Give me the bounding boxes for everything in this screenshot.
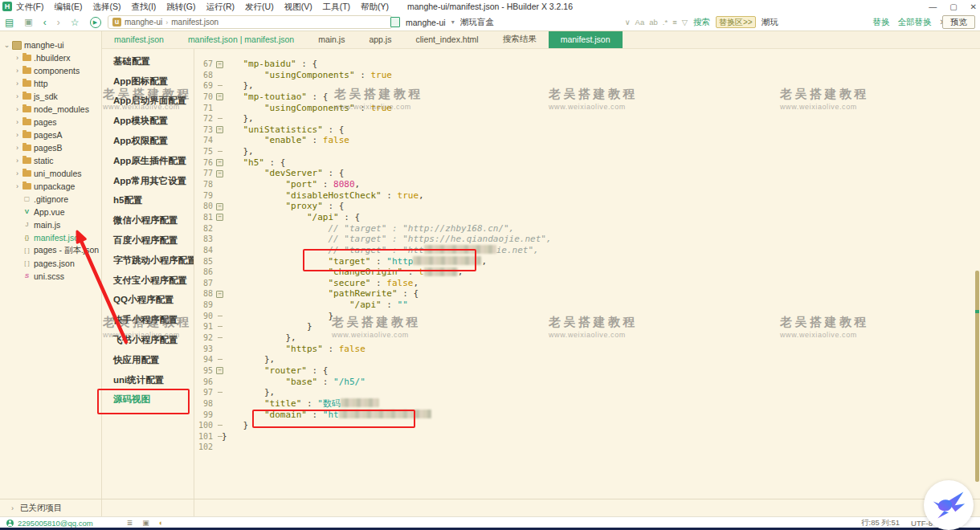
regex-icon[interactable]: .*: [663, 18, 668, 26]
close-button[interactable]: ✕: [970, 2, 977, 11]
code-line-78[interactable]: 78 "port" : 8080,: [194, 179, 980, 190]
language-icon[interactable]: ◐: [159, 519, 163, 527]
thunder-bird-widget[interactable]: [924, 480, 974, 530]
code-line-67[interactable]: 67− "mp-baidu" : {: [194, 59, 980, 70]
tree-item-pagesA[interactable]: ›pagesA: [0, 128, 101, 141]
chevron-right-icon[interactable]: ›: [14, 67, 21, 75]
project-selector[interactable]: manghe-ui: [406, 18, 446, 27]
chevron-right-icon[interactable]: ›: [14, 169, 21, 177]
code-line-97[interactable]: 97 },: [194, 387, 980, 398]
config-item-App模块配置[interactable]: App模块配置: [102, 111, 194, 131]
menu-item-8[interactable]: 工具(T): [323, 2, 350, 13]
breadcrumb-item-1[interactable]: manifest.json: [171, 18, 218, 26]
menu-item-6[interactable]: 发行(U): [245, 2, 274, 13]
menu-item-5[interactable]: 运行(R): [206, 2, 235, 13]
code-line-73[interactable]: 73− "uniStatistics" : {: [194, 124, 980, 136]
code-line-95[interactable]: 95− "router" : {: [194, 365, 980, 377]
config-item-飞书小程序配置[interactable]: 飞书小程序配置: [102, 330, 194, 350]
tree-item-uni_modules[interactable]: ›uni_modules: [0, 167, 101, 180]
code-line-86[interactable]: 86 "changeOrigin" : t,: [194, 267, 980, 278]
new-file-icon[interactable]: ▤: [5, 18, 14, 27]
tab-2-main.js[interactable]: main.js: [306, 31, 357, 48]
tree-item-pages[interactable]: ›pages: [0, 116, 101, 128]
tree-item-pages.json[interactable]: [ ]pages.json: [0, 257, 101, 270]
forward-icon[interactable]: ›: [57, 18, 60, 27]
code-line-69[interactable]: 69 },: [194, 80, 980, 92]
code-line-98[interactable]: 98 "title" : "数码: [194, 398, 980, 410]
breadcrumb-item-0[interactable]: manghe-ui: [125, 18, 162, 26]
code-line-81[interactable]: 81− "/api" : {: [194, 212, 980, 223]
match-case-icon[interactable]: Aa: [635, 18, 645, 26]
tree-item-js_sdk[interactable]: ›js_sdk: [0, 90, 101, 103]
code-line-91[interactable]: 91 }: [194, 321, 980, 332]
fold-toggle-icon[interactable]: −: [216, 159, 223, 166]
chevron-right-icon[interactable]: ›: [14, 157, 21, 165]
code-line-68[interactable]: 68 "usingComponents" : true: [194, 70, 980, 81]
tab-5--[interactable]: 搜索结果: [491, 31, 549, 48]
chevron-right-icon[interactable]: ›: [14, 118, 21, 126]
filter-icon[interactable]: ▽: [682, 18, 688, 26]
fold-toggle-icon[interactable]: −: [216, 170, 223, 177]
replace-button[interactable]: 替换: [873, 17, 890, 28]
chevron-right-icon[interactable]: ›: [14, 144, 21, 152]
chevron-right-icon[interactable]: ›: [14, 92, 21, 100]
menu-item-7[interactable]: 视图(V): [284, 2, 312, 13]
code-line-80[interactable]: 80− "proxy" : {: [194, 201, 980, 212]
chevron-down-icon[interactable]: ▾: [451, 18, 455, 26]
replace-input[interactable]: 潮玩: [762, 17, 835, 28]
fold-toggle-icon[interactable]: −: [216, 203, 223, 210]
code-line-101[interactable]: 101}: [194, 431, 980, 442]
fold-toggle-icon[interactable]: −: [216, 61, 223, 68]
code-line-70[interactable]: 70− "mp-toutiao" : {: [194, 92, 980, 103]
code-line-77[interactable]: 77− "devServer" : {: [194, 168, 980, 179]
config-item-h5配置[interactable]: h5配置: [102, 191, 194, 211]
config-item-支付宝小程序配置[interactable]: 支付宝小程序配置: [102, 271, 194, 291]
chevron-right-icon[interactable]: ›: [14, 80, 21, 88]
replace-zone-toggle[interactable]: 替换区>>: [716, 16, 756, 28]
config-item-基础配置[interactable]: 基础配置: [102, 51, 194, 71]
tree-item-pagesB[interactable]: ›pagesB: [0, 141, 101, 154]
config-item-uni统计配置[interactable]: uni统计配置: [102, 370, 194, 390]
expand-icon[interactable]: ∨: [625, 18, 631, 26]
menu-item-1[interactable]: 编辑(E): [54, 2, 82, 13]
tree-item-components[interactable]: ›components: [0, 64, 101, 77]
fold-toggle-icon[interactable]: −: [216, 126, 223, 133]
config-item-快应用配置[interactable]: 快应用配置: [102, 350, 194, 370]
fold-toggle-icon[interactable]: −: [216, 214, 223, 221]
config-item-字节跳动小程序配置[interactable]: 字节跳动小程序配置: [102, 251, 194, 271]
config-item-微信小程序配置[interactable]: 微信小程序配置: [102, 210, 194, 230]
code-line-74[interactable]: 74 "enable" : false: [194, 135, 980, 146]
tree-item-main.js[interactable]: Jmain.js: [0, 218, 101, 231]
code-line-84[interactable]: 84 // "target" : "httie.net",: [194, 245, 980, 256]
config-item-App权限配置[interactable]: App权限配置: [102, 131, 194, 151]
tree-item-.gitignore[interactable]: ▢.gitignore: [0, 193, 101, 206]
maximize-button[interactable]: ▢: [949, 2, 957, 11]
menu-item-2[interactable]: 选择(S): [92, 2, 120, 13]
code-line-82[interactable]: 82 // "target" : "http://zhby168.cn/",: [194, 223, 980, 234]
search-button[interactable]: 搜索: [693, 17, 710, 28]
code-line-93[interactable]: 93 "https" : false: [194, 344, 980, 355]
code-line-90[interactable]: 90 }: [194, 311, 980, 322]
tree-item-unpackage[interactable]: ›unpackage: [0, 180, 101, 193]
menu-item-3[interactable]: 查找(I): [131, 2, 156, 13]
code-editor[interactable]: 67− "mp-baidu" : {68 "usingComponents" :…: [194, 48, 980, 499]
config-item-App启动界面配置[interactable]: App启动界面配置: [102, 92, 194, 112]
chevron-right-icon[interactable]: ›: [14, 131, 21, 139]
minimize-button[interactable]: —: [929, 2, 937, 11]
code-line-71[interactable]: 71 "usingComponents" : true: [194, 103, 980, 114]
config-item-QQ小程序配置[interactable]: QQ小程序配置: [102, 291, 194, 311]
replace-all-button[interactable]: 全部替换: [898, 17, 932, 28]
config-item-App图标配置[interactable]: App图标配置: [102, 71, 194, 92]
code-line-83[interactable]: 83 // "target" : "https://he.qiandaojie.…: [194, 234, 980, 245]
tree-item-node_modules[interactable]: ›node_modules: [0, 103, 101, 116]
code-line-79[interactable]: 79 "disableHostCheck" : true,: [194, 190, 980, 202]
code-line-96[interactable]: 96 "base" : "/h5/": [194, 377, 980, 388]
run-icon[interactable]: ▶: [90, 17, 101, 28]
chevron-right-icon[interactable]: ›: [14, 54, 21, 62]
outline-icon[interactable]: ≣: [127, 519, 133, 527]
fold-toggle-icon[interactable]: −: [216, 93, 223, 100]
tree-item-manifest.json[interactable]: {}manifest.json: [0, 231, 101, 244]
code-line-102[interactable]: 102: [194, 442, 980, 453]
match-word-icon[interactable]: ab: [649, 18, 658, 26]
code-line-92[interactable]: 92 },: [194, 332, 980, 344]
